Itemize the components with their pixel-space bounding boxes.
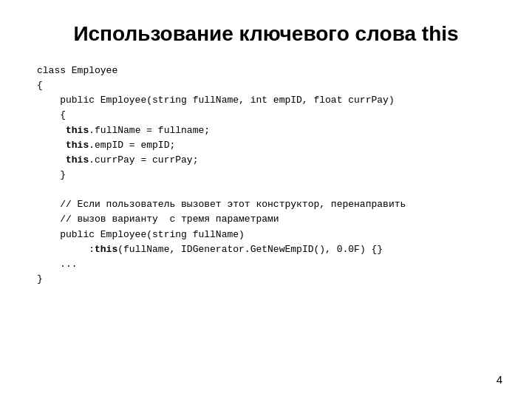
- keyword-this: this: [95, 244, 117, 255]
- code-line: public Employee(string fullName, int emp…: [37, 93, 495, 108]
- keyword-this: this: [66, 125, 89, 136]
- keyword-this: this: [66, 140, 89, 151]
- code-line: [37, 183, 495, 197]
- page-number: 4: [497, 373, 502, 386]
- code-line: this.empID = empID;: [37, 138, 495, 153]
- keyword-this: this: [66, 154, 89, 166]
- code-line: // Если пользователь вызовет этот констр…: [37, 197, 495, 212]
- code-line: }: [37, 272, 495, 287]
- code-line: {: [37, 108, 495, 123]
- code-line: {: [37, 78, 495, 93]
- code-line: this.fullName = fullname;: [37, 123, 495, 138]
- code-line: // вызов варианту с тремя параметрами: [37, 212, 495, 227]
- code-block: class Employee { public Employee(string …: [30, 64, 502, 287]
- code-line: class Employee: [37, 64, 495, 78]
- code-line: public Employee(string fullName): [37, 228, 495, 242]
- code-line: this.currPay = currPay;: [37, 153, 495, 168]
- code-line: ...: [37, 257, 495, 272]
- slide-title: Использование ключевого слова this: [73, 22, 458, 46]
- code-line: :this(fullName, IDGenerator.GetNewEmpID(…: [37, 242, 495, 257]
- code-line: }: [37, 168, 495, 183]
- slide: Использование ключевого слова this class…: [0, 0, 532, 399]
